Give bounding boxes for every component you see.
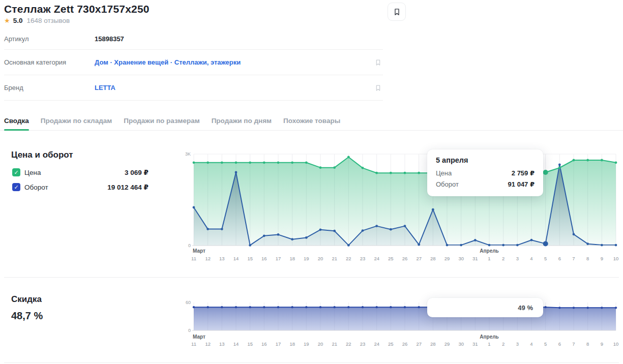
category-label: Основная категория <box>4 58 95 66</box>
svg-text:5: 5 <box>544 341 547 347</box>
svg-text:31: 31 <box>472 256 478 261</box>
svg-text:26: 26 <box>402 341 408 347</box>
category-breadcrumb-link[interactable]: Дом · Хранение вещей · Стеллажи, этажерк… <box>95 58 241 66</box>
tab-summary[interactable]: Сводка <box>4 111 29 130</box>
svg-text:10: 10 <box>613 341 619 347</box>
tab-sales-by-size[interactable]: Продажи по размерам <box>124 111 199 130</box>
svg-text:30: 30 <box>458 341 464 347</box>
brand-link[interactable]: LETTA <box>95 84 115 92</box>
tab-similar-products[interactable]: Похожие товары <box>283 111 340 130</box>
svg-text:Апрель: Апрель <box>480 334 498 340</box>
svg-text:26: 26 <box>402 256 408 261</box>
article-label: Артикул <box>4 35 95 43</box>
svg-text:17: 17 <box>276 256 281 261</box>
chart-legend: ✓ Цена 3 069 ₽ ✓ Оборот 19 012 464 ₽ <box>12 167 149 196</box>
svg-text:19: 19 <box>304 341 309 347</box>
svg-text:23: 23 <box>360 256 366 261</box>
svg-text:Апрель: Апрель <box>480 248 498 254</box>
bookmark-category-button[interactable] <box>374 58 382 66</box>
svg-text:6: 6 <box>558 256 561 261</box>
svg-text:20: 20 <box>318 256 323 261</box>
svg-text:9: 9 <box>601 341 603 347</box>
svg-text:16: 16 <box>261 256 267 261</box>
turnover-value: 19 012 464 ₽ <box>107 183 149 191</box>
svg-text:9: 9 <box>601 256 603 261</box>
bottom-divider <box>4 362 619 363</box>
bookmark-icon <box>374 84 382 92</box>
tab-sales-by-warehouse[interactable]: Продажи по складам <box>41 111 112 130</box>
article-value: 15898357 <box>95 35 124 43</box>
svg-text:22: 22 <box>346 341 351 347</box>
brand-label: Бренд <box>4 84 95 92</box>
svg-text:18: 18 <box>289 341 295 347</box>
svg-text:3: 3 <box>516 256 519 261</box>
svg-text:14: 14 <box>233 256 239 261</box>
svg-text:3K: 3K <box>185 151 191 157</box>
svg-text:8: 8 <box>586 256 589 261</box>
turnover-label: Оборот <box>24 184 48 191</box>
svg-text:1: 1 <box>488 256 490 261</box>
discount-chart[interactable]: 600МартАпрель111213141516171819202122232… <box>181 296 618 353</box>
svg-text:7: 7 <box>572 256 575 261</box>
svg-text:4: 4 <box>530 256 532 261</box>
section-divider <box>4 277 619 278</box>
price-turnover-chart[interactable]: 3K0МартАпрель111213141516171819202122232… <box>181 148 618 264</box>
bookmark-brand-button[interactable] <box>374 84 382 92</box>
svg-text:28: 28 <box>430 341 436 347</box>
svg-text:11: 11 <box>191 256 196 261</box>
svg-text:11: 11 <box>191 341 196 347</box>
tab-bar: Сводка Продажи по складам Продажи по раз… <box>0 111 623 131</box>
svg-text:14: 14 <box>233 341 239 347</box>
product-info-table: Артикул 15898357 Основная категория Дом … <box>4 28 383 101</box>
tab-sales-by-day[interactable]: Продажи по дням <box>212 111 272 130</box>
svg-text:25: 25 <box>388 256 394 261</box>
svg-text:13: 13 <box>219 341 225 347</box>
tooltip-price-row: Цена 2 759 ₽ <box>436 169 535 177</box>
svg-text:25: 25 <box>388 341 394 347</box>
svg-text:24: 24 <box>374 256 379 261</box>
svg-text:12: 12 <box>205 256 211 261</box>
svg-text:28: 28 <box>430 256 436 261</box>
svg-text:24: 24 <box>374 341 379 347</box>
svg-text:31: 31 <box>472 341 478 347</box>
price-value: 3 069 ₽ <box>125 168 149 176</box>
svg-text:15: 15 <box>247 341 253 347</box>
svg-text:0: 0 <box>188 328 191 333</box>
rating-value: 5.0 <box>13 17 23 24</box>
star-icon: ★ <box>4 17 10 24</box>
svg-text:12: 12 <box>205 341 211 347</box>
svg-text:Март: Март <box>193 248 205 254</box>
turnover-checkbox[interactable]: ✓ <box>12 183 20 191</box>
svg-text:27: 27 <box>416 256 422 261</box>
svg-text:7: 7 <box>572 341 575 347</box>
tooltip-turnover-row: Оборот 91 047 ₽ <box>436 180 535 188</box>
price-checkbox[interactable]: ✓ <box>12 168 20 176</box>
discount-heading: Скидка <box>11 294 42 305</box>
svg-text:2: 2 <box>502 256 505 261</box>
svg-text:Март: Март <box>193 334 205 340</box>
reviews-count: 1648 отзывов <box>26 17 70 24</box>
table-row-article: Артикул 15898357 <box>4 28 383 50</box>
chart-tooltip: 5 апреля Цена 2 759 ₽ Оборот 91 047 ₽ <box>427 149 543 196</box>
svg-text:22: 22 <box>346 256 351 261</box>
svg-text:21: 21 <box>332 341 337 347</box>
svg-text:13: 13 <box>219 256 225 261</box>
bookmark-icon <box>393 8 401 16</box>
svg-text:21: 21 <box>332 256 337 261</box>
svg-text:3: 3 <box>516 341 519 347</box>
svg-text:18: 18 <box>289 256 295 261</box>
svg-text:15: 15 <box>247 256 253 261</box>
svg-text:0: 0 <box>188 243 191 248</box>
svg-text:29: 29 <box>444 256 450 261</box>
svg-text:20: 20 <box>318 341 323 347</box>
bookmark-product-button[interactable] <box>388 3 406 21</box>
svg-text:10: 10 <box>613 256 619 261</box>
svg-text:5: 5 <box>544 256 547 261</box>
svg-text:19: 19 <box>304 256 309 261</box>
bookmark-icon <box>374 58 382 66</box>
svg-text:23: 23 <box>360 341 366 347</box>
discount-current-value: 48,7 % <box>11 310 43 322</box>
svg-text:27: 27 <box>416 341 422 347</box>
svg-text:30: 30 <box>458 256 464 261</box>
svg-text:1: 1 <box>488 341 490 347</box>
